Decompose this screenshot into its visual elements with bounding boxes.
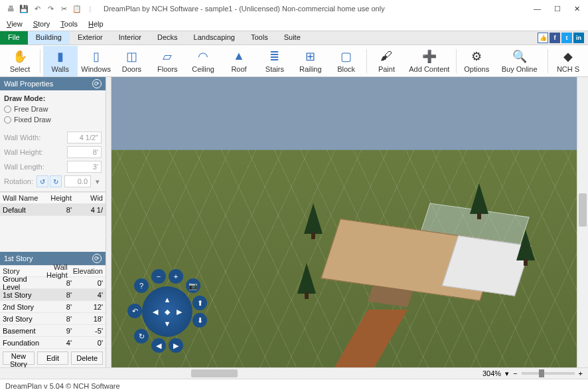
- zoom-dropdown-icon[interactable]: ▾: [505, 369, 509, 378]
- toolbar: ✋Select ▮Walls ▯Windows ◫Doors ▱Floors ◠…: [0, 45, 588, 77]
- tool-buy-online[interactable]: 🔍Buy Online: [495, 46, 544, 76]
- nav-center-icon[interactable]: ◆: [161, 306, 173, 318]
- nav-right-icon[interactable]: ▶: [173, 306, 185, 318]
- story-row[interactable]: 2nd Story8'12': [0, 301, 106, 313]
- paint-icon: 🖌: [379, 49, 394, 64]
- menu-help[interactable]: Help: [88, 20, 104, 28]
- tab-tools[interactable]: Tools: [243, 31, 276, 45]
- tool-stairs[interactable]: ≣Stairs: [257, 46, 292, 76]
- menu-story[interactable]: Story: [33, 20, 50, 28]
- rotation-input[interactable]: 0.0: [64, 175, 91, 187]
- collapse-icon[interactable]: ⟳: [92, 79, 102, 88]
- tab-building[interactable]: Building: [28, 31, 70, 45]
- tab-landscaping[interactable]: Landscaping: [186, 31, 243, 45]
- tool-nch[interactable]: ◆NCH S: [551, 46, 585, 76]
- save-icon[interactable]: 💾: [19, 3, 29, 14]
- story-row[interactable]: Ground Level8'0': [0, 277, 106, 289]
- zoom-out-button[interactable]: −: [513, 369, 517, 377]
- tool-railing[interactable]: ⊞Railing: [293, 46, 328, 76]
- wall-length-input[interactable]: 3': [67, 161, 102, 173]
- story-row[interactable]: Foundation4'0': [0, 337, 106, 349]
- tab-file[interactable]: File: [0, 31, 28, 45]
- tool-ceiling[interactable]: ◠Ceiling: [186, 46, 220, 76]
- splitter[interactable]: [106, 77, 111, 367]
- zoom-slider[interactable]: [522, 372, 575, 375]
- menubar: View Story Tools Help: [0, 17, 588, 31]
- tool-walls[interactable]: ▮Walls: [43, 46, 78, 76]
- ceiling-icon: ◠: [196, 49, 210, 64]
- nav-fwd-icon[interactable]: ▶: [169, 338, 183, 353]
- edit-story-button[interactable]: Edit: [37, 351, 69, 365]
- collapse-icon[interactable]: ⟳: [92, 254, 102, 263]
- nav-orbit-pad[interactable]: ▲ ◀◆▶ ▼: [142, 286, 192, 337]
- wall-width-input[interactable]: 4 1/2": [67, 132, 102, 144]
- tab-interior[interactable]: Interior: [111, 31, 149, 45]
- tool-options[interactable]: ⚙Options: [459, 46, 494, 76]
- railing-icon: ⊞: [303, 49, 318, 64]
- zoom-out-icon[interactable]: −: [151, 269, 166, 284]
- print-icon[interactable]: 🖶: [5, 3, 16, 14]
- wall-table-row[interactable]: Default 8' 4 1/: [0, 204, 106, 216]
- zoom-in-button[interactable]: +: [579, 369, 583, 377]
- wall-height-input[interactable]: 8': [67, 146, 102, 158]
- windows-icon: ▯: [89, 49, 104, 64]
- horizontal-scrollbar[interactable]: 304% ▾ − +: [0, 367, 588, 379]
- spinner-icon[interactable]: ▾: [94, 177, 102, 186]
- undo-icon[interactable]: ↶: [32, 3, 42, 14]
- tool-block[interactable]: ▢Block: [329, 46, 364, 76]
- story-row[interactable]: Basement9'-5': [0, 325, 106, 337]
- radio-free-draw[interactable]: Free Draw: [4, 104, 102, 114]
- twitter-icon[interactable]: t: [561, 33, 572, 43]
- cut-icon[interactable]: ✂: [58, 3, 69, 14]
- cart-icon: 🔍: [512, 49, 527, 64]
- draw-mode-label: Draw Mode:: [4, 94, 102, 102]
- tab-exterior[interactable]: Exterior: [70, 31, 111, 45]
- tool-paint[interactable]: 🖌Paint: [370, 46, 404, 76]
- new-story-button[interactable]: New Story: [3, 351, 35, 365]
- wall-table-header: Wall Name Height Wid: [0, 192, 106, 204]
- tool-floors[interactable]: ▱Floors: [150, 46, 184, 76]
- story-row[interactable]: 3rd Story8'18': [0, 313, 106, 325]
- radio-fixed-draw[interactable]: Fixed Draw: [4, 114, 102, 125]
- rotate-right-icon[interactable]: ↻: [134, 329, 149, 343]
- nav-left-icon[interactable]: ◀: [149, 306, 161, 318]
- viewport-3d[interactable]: ▲ ◀◆▶ ▼ − + ? 📷 ↶ ⬆ ⬇ ↻ ◀ ▶: [111, 77, 577, 367]
- camera-icon[interactable]: 📷: [186, 278, 200, 293]
- walls-icon: ▮: [53, 49, 68, 64]
- rotate-ccw-icon[interactable]: ↺: [37, 175, 48, 187]
- menu-tools[interactable]: Tools: [60, 20, 78, 28]
- redo-icon[interactable]: ↷: [45, 3, 56, 14]
- block-icon: ▢: [339, 49, 354, 64]
- delete-story-button[interactable]: Delete: [71, 351, 103, 365]
- tool-roof[interactable]: ▲Roof: [222, 46, 256, 76]
- lower-icon[interactable]: ⬇: [192, 313, 207, 328]
- nav-up-icon[interactable]: ▲: [161, 294, 173, 306]
- facebook-icon[interactable]: f: [550, 33, 560, 43]
- tool-add-content[interactable]: ➕Add Content: [405, 46, 453, 76]
- tool-doors[interactable]: ◫Doors: [115, 46, 149, 76]
- minimize-button[interactable]: —: [531, 3, 544, 15]
- wall-properties-header[interactable]: Wall Properties ⟳: [0, 77, 106, 90]
- nav-down-icon[interactable]: ▼: [161, 318, 173, 330]
- hand-icon: ✋: [13, 49, 27, 64]
- tab-suite[interactable]: Suite: [276, 31, 309, 45]
- maximize-button[interactable]: ☐: [551, 3, 563, 15]
- help-icon[interactable]: ?: [134, 278, 149, 293]
- menu-view[interactable]: View: [7, 20, 23, 28]
- raise-icon[interactable]: ⬆: [192, 296, 207, 310]
- like-icon[interactable]: 👍: [538, 33, 548, 43]
- rotate-cw-icon[interactable]: ↻: [50, 175, 62, 187]
- doors-icon: ◫: [124, 49, 139, 64]
- nav-back-icon[interactable]: ◀: [151, 338, 166, 353]
- linkedin-icon[interactable]: in: [573, 33, 584, 43]
- zoom-in-icon[interactable]: +: [169, 269, 183, 284]
- tab-decks[interactable]: Decks: [149, 31, 186, 45]
- close-button[interactable]: ✕: [571, 3, 583, 15]
- tool-select[interactable]: ✋Select: [3, 46, 37, 76]
- story-row[interactable]: 1st Story8'4': [0, 289, 106, 301]
- paste-icon[interactable]: 📋: [72, 3, 82, 14]
- nch-icon: ◆: [561, 49, 575, 64]
- tool-windows[interactable]: ▯Windows: [79, 46, 113, 76]
- rotate-left-icon[interactable]: ↶: [127, 304, 142, 318]
- vertical-scrollbar[interactable]: [577, 77, 588, 367]
